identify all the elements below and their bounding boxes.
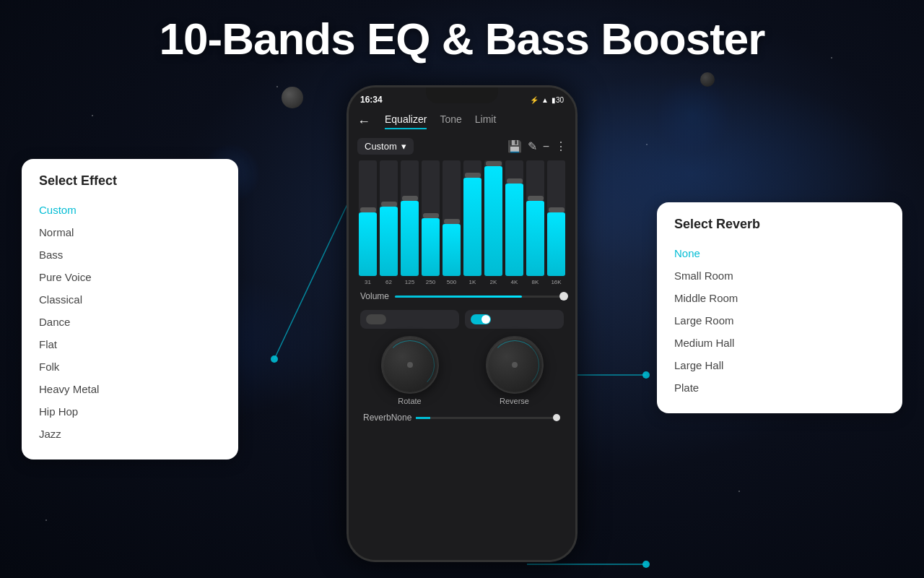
eq-preset-row: Custom ▾ 💾 ✎ − ⋮ bbox=[357, 138, 567, 155]
reverb-item-middle-room[interactable]: Middle Room bbox=[674, 287, 885, 309]
eq-freq-label-31: 31 bbox=[359, 279, 377, 285]
eq-bar-handle-125[interactable] bbox=[402, 196, 418, 201]
effect-item-custom[interactable]: Custom bbox=[39, 199, 221, 221]
more-icon[interactable]: ⋮ bbox=[555, 139, 567, 153]
effect-item-folk[interactable]: Folk bbox=[39, 355, 221, 378]
reverb-fill bbox=[416, 417, 430, 419]
tab-tone[interactable]: Tone bbox=[440, 113, 461, 129]
eq-bar-fill-500 bbox=[443, 224, 461, 276]
reverb-item-large-room[interactable]: Large Room bbox=[674, 309, 885, 332]
effect-item-hip-hop[interactable]: Hip Hop bbox=[39, 400, 221, 423]
battery-icon: ▮30 bbox=[552, 96, 564, 104]
knobs-row: Rotate Reverse bbox=[357, 332, 567, 410]
eq-freq-label-250: 250 bbox=[422, 279, 440, 285]
tab-limit[interactable]: Limit bbox=[475, 113, 497, 129]
eq-bar-handle-250[interactable] bbox=[423, 213, 439, 218]
volume-thumb bbox=[559, 292, 568, 301]
eq-bar-fill-16K bbox=[547, 212, 565, 276]
eq-bar-2K[interactable] bbox=[484, 160, 502, 276]
bass-booster-toggle bbox=[360, 310, 459, 329]
eq-bar-track-125 bbox=[401, 160, 419, 276]
phone-frame: 16:34 ⚡ ▲ ▮30 ← Equalizer Tone Limit bbox=[346, 85, 578, 562]
eq-preset-select[interactable]: Custom ▾ bbox=[357, 138, 414, 155]
eq-bar-track-4K bbox=[505, 160, 523, 276]
select-reverb-title: Select Reverb bbox=[674, 217, 885, 232]
eq-bar-handle-1K[interactable] bbox=[465, 173, 481, 178]
select-reverb-panel: Select Reverb NoneSmall RoomMiddle RoomL… bbox=[657, 202, 902, 413]
reverb-toggle[interactable] bbox=[471, 314, 491, 324]
effect-item-classical[interactable]: Classical bbox=[39, 288, 221, 311]
rotate-label: Rotate bbox=[398, 397, 421, 405]
eq-bar-4K[interactable] bbox=[505, 160, 523, 276]
eq-bar-handle-62[interactable] bbox=[381, 202, 397, 207]
eq-bar-16K[interactable] bbox=[547, 160, 565, 276]
save-icon[interactable]: 💾 bbox=[507, 139, 522, 153]
nav-tabs: Equalizer Tone Limit bbox=[385, 113, 567, 129]
eq-freq-label-2K: 2K bbox=[484, 279, 502, 285]
select-effect-list: CustomNormalBassPure VoiceClassicalDance… bbox=[39, 199, 221, 445]
eq-bar-125[interactable] bbox=[401, 160, 419, 276]
eq-freq-label-16K: 16K bbox=[547, 279, 565, 285]
eq-bar-fill-2K bbox=[484, 166, 502, 276]
effect-item-dance[interactable]: Dance bbox=[39, 311, 221, 333]
volume-label: Volume bbox=[360, 291, 389, 301]
rotate-knob-wrapper: Rotate bbox=[381, 336, 439, 405]
page-title: 10-Bands EQ & Bass Booster bbox=[0, 13, 924, 64]
reverb-bottom-value: None bbox=[391, 413, 412, 423]
eq-bar-fill-4K bbox=[505, 184, 523, 276]
volume-row: Volume bbox=[357, 285, 567, 307]
phone-notch bbox=[426, 87, 498, 103]
eq-bar-track-1K bbox=[463, 160, 481, 276]
eq-bar-250[interactable] bbox=[422, 160, 440, 276]
reverse-label: Reverse bbox=[500, 397, 529, 405]
eq-bar-handle-16K[interactable] bbox=[549, 207, 565, 212]
eq-bar-1K[interactable] bbox=[463, 160, 481, 276]
reverb-item-medium-hall[interactable]: Medium Hall bbox=[674, 332, 885, 354]
eq-bar-handle-31[interactable] bbox=[360, 207, 376, 212]
reverb-toggle bbox=[465, 310, 564, 329]
effect-item-bass[interactable]: Bass bbox=[39, 243, 221, 266]
volume-track[interactable] bbox=[395, 296, 564, 298]
eq-bar-handle-500[interactable] bbox=[444, 219, 460, 224]
eq-bar-31[interactable] bbox=[359, 160, 377, 276]
eq-bar-500[interactable] bbox=[443, 160, 461, 276]
eq-bar-track-62 bbox=[380, 160, 398, 276]
reverb-thumb bbox=[553, 414, 560, 421]
eq-bar-handle-8K[interactable] bbox=[528, 196, 544, 201]
eq-section: Custom ▾ 💾 ✎ − ⋮ 31621252505001K2K4K8K16… bbox=[349, 132, 575, 431]
reverb-item-none[interactable]: None bbox=[674, 242, 885, 264]
eq-bar-track-8K bbox=[526, 160, 544, 276]
bluetooth-icon: ⚡ bbox=[530, 96, 539, 104]
effect-item-flat[interactable]: Flat bbox=[39, 333, 221, 355]
planet-decoration-2 bbox=[700, 72, 715, 87]
eq-bar-fill-62 bbox=[380, 207, 398, 276]
eq-bar-track-250 bbox=[422, 160, 440, 276]
reverb-slider[interactable] bbox=[416, 417, 557, 419]
minus-icon[interactable]: − bbox=[543, 140, 549, 153]
bass-toggle[interactable] bbox=[366, 314, 386, 324]
effect-item-jazz[interactable]: Jazz bbox=[39, 423, 221, 445]
effect-item-normal[interactable]: Normal bbox=[39, 221, 221, 243]
eq-bar-handle-2K[interactable] bbox=[486, 161, 502, 166]
eq-bar-track-31 bbox=[359, 160, 377, 276]
eq-freq-label-8K: 8K bbox=[526, 279, 544, 285]
eq-bar-fill-8K bbox=[526, 201, 544, 276]
edit-icon[interactable]: ✎ bbox=[528, 139, 537, 153]
reverb-toggle-thumb bbox=[481, 315, 490, 324]
eq-bar-8K[interactable] bbox=[526, 160, 544, 276]
planet-decoration-1 bbox=[282, 87, 303, 108]
eq-bar-handle-4K[interactable] bbox=[507, 178, 523, 184]
back-button[interactable]: ← bbox=[357, 114, 370, 129]
eq-bar-track-2K bbox=[484, 160, 502, 276]
reverb-item-large-hall[interactable]: Large Hall bbox=[674, 354, 885, 376]
preset-arrow: ▾ bbox=[401, 141, 406, 152]
rotate-knob[interactable] bbox=[381, 336, 439, 394]
reverb-bottom-row: Reverb None bbox=[357, 410, 567, 426]
reverse-knob[interactable] bbox=[486, 336, 544, 394]
reverb-item-small-room[interactable]: Small Room bbox=[674, 264, 885, 287]
tab-equalizer[interactable]: Equalizer bbox=[385, 113, 427, 129]
reverb-item-plate[interactable]: Plate bbox=[674, 376, 885, 399]
effect-item-heavy-metal[interactable]: Heavy Metal bbox=[39, 378, 221, 400]
eq-bar-62[interactable] bbox=[380, 160, 398, 276]
effect-item-pure-voice[interactable]: Pure Voice bbox=[39, 266, 221, 288]
